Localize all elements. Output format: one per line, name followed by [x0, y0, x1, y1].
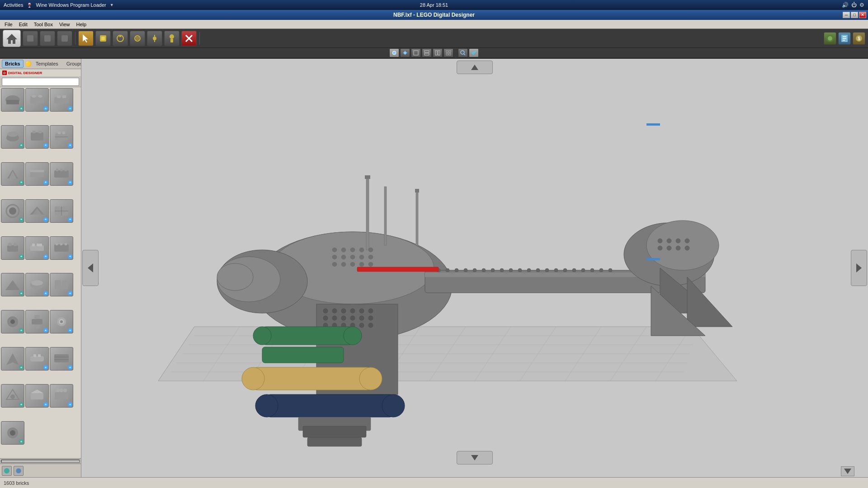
add-brick-icon: + — [68, 143, 72, 148]
select-tool-button[interactable] — [78, 31, 94, 46]
list-item[interactable]: + — [25, 347, 49, 371]
view-4x-button[interactable] — [443, 48, 453, 57]
hinge-tool-button[interactable] — [147, 31, 162, 46]
settings-icon[interactable]: ⚙ — [859, 2, 864, 8]
unknown-btn-1[interactable] — [23, 31, 38, 46]
list-item[interactable]: + — [25, 236, 49, 260]
list-item[interactable]: + — [50, 273, 73, 296]
add-brick-icon: + — [19, 328, 24, 333]
list-item[interactable]: + — [25, 162, 49, 186]
panel-bottom-btn-2[interactable] — [14, 466, 24, 476]
close-button[interactable]: ✕ — [859, 12, 866, 18]
search-input[interactable] — [2, 78, 79, 86]
canvas-area[interactable] — [81, 59, 868, 477]
activities-label[interactable]: Activities — [4, 2, 23, 8]
svg-rect-49 — [57, 95, 61, 98]
list-item[interactable]: + — [50, 384, 73, 408]
list-item[interactable]: + — [25, 273, 49, 296]
list-item[interactable]: + — [50, 125, 73, 149]
wine-label[interactable]: Wine Windows Program Loader — [36, 2, 106, 8]
menu-view[interactable]: View — [57, 21, 73, 28]
share-button[interactable]: $ — [853, 32, 865, 45]
rotate-tool-button[interactable] — [113, 31, 128, 46]
list-item[interactable]: + — [50, 162, 73, 186]
list-item[interactable]: + — [1, 310, 24, 333]
list-item[interactable]: + — [1, 199, 24, 223]
list-item[interactable]: + — [25, 384, 49, 408]
list-item[interactable]: + — [1, 347, 24, 371]
list-item[interactable]: + — [1, 273, 24, 296]
canvas-3d-view — [81, 59, 868, 477]
grid-button[interactable] — [400, 48, 410, 57]
maximize-button[interactable]: □ — [851, 12, 858, 18]
list-item[interactable]: + — [50, 199, 73, 223]
move-tool-button[interactable] — [95, 31, 111, 46]
svg-rect-168 — [384, 187, 387, 245]
svg-point-222 — [676, 239, 680, 243]
power-icon[interactable]: ⏻ — [851, 2, 857, 8]
list-item[interactable]: + — [1, 125, 24, 149]
svg-rect-101 — [33, 354, 36, 357]
menu-file[interactable]: File — [2, 21, 15, 28]
list-item[interactable]: + — [1, 162, 24, 186]
list-item[interactable]: + — [50, 347, 73, 371]
minimize-button[interactable]: ─ — [843, 12, 850, 18]
menu-toolbox[interactable]: Tool Box — [31, 21, 56, 28]
tab-templates[interactable]: Templates — [33, 60, 61, 68]
svg-point-107 — [10, 394, 15, 399]
list-item[interactable]: + — [25, 310, 49, 333]
list-item[interactable]: + — [50, 88, 73, 112]
render-button[interactable] — [824, 32, 836, 45]
view-split-v-button[interactable] — [433, 48, 443, 57]
add-brick-icon: + — [19, 143, 24, 148]
svg-text:$: $ — [858, 36, 860, 41]
paint-tool-button[interactable] — [164, 31, 179, 46]
svg-point-155 — [527, 268, 531, 272]
instructions-button[interactable] — [838, 32, 851, 45]
svg-rect-64 — [30, 170, 44, 172]
panel-bottom-btn-1[interactable] — [2, 466, 12, 476]
menu-edit[interactable]: Edit — [16, 21, 30, 28]
svg-point-190 — [350, 309, 355, 313]
snap-button[interactable] — [389, 48, 399, 57]
zoom-confirm-button[interactable] — [469, 48, 479, 57]
menu-help[interactable]: Help — [74, 21, 90, 28]
scrollbar-thumb[interactable] — [1, 460, 80, 463]
dropdown-arrow[interactable]: ▼ — [110, 3, 114, 7]
list-item[interactable]: + — [1, 384, 24, 408]
add-brick-icon: + — [68, 328, 72, 333]
tab-groups[interactable]: Groups — [63, 60, 81, 68]
list-item[interactable]: + — [50, 236, 73, 260]
nav-down-button[interactable] — [457, 451, 493, 465]
list-item[interactable]: + — [25, 199, 49, 223]
svg-point-204 — [368, 323, 373, 328]
svg-point-181 — [332, 262, 337, 267]
list-item[interactable]: + — [1, 236, 24, 260]
delete-tool-button[interactable] — [181, 31, 197, 46]
add-brick-icon: + — [68, 217, 72, 222]
volume-icon[interactable]: 🔊 — [842, 2, 849, 8]
list-item[interactable]: + — [1, 421, 24, 445]
panel-scrollbar[interactable] — [0, 458, 81, 464]
list-item[interactable]: + — [25, 125, 49, 149]
multirotate-tool-button[interactable] — [130, 31, 145, 46]
view-1x1-button[interactable] — [411, 48, 421, 57]
svg-point-47 — [38, 95, 42, 98]
list-item[interactable]: + — [1, 88, 24, 112]
search-bar — [0, 77, 81, 87]
list-item[interactable]: + — [25, 88, 49, 112]
svg-point-224 — [658, 246, 662, 250]
unknown-btn-3[interactable] — [57, 31, 72, 46]
view-split-h-button[interactable] — [422, 48, 432, 57]
svg-point-180 — [368, 255, 373, 259]
svg-rect-48 — [54, 97, 69, 103]
list-item[interactable]: + — [50, 310, 73, 333]
add-brick-icon: + — [19, 180, 24, 185]
tab-bricks[interactable]: Bricks — [2, 60, 24, 68]
add-brick-icon: + — [43, 291, 48, 296]
add-brick-icon: + — [68, 402, 72, 407]
svg-marker-99 — [6, 353, 19, 365]
unknown-btn-2[interactable] — [40, 31, 55, 46]
view-zoom-button[interactable] — [458, 48, 468, 57]
home-button[interactable] — [3, 30, 21, 47]
